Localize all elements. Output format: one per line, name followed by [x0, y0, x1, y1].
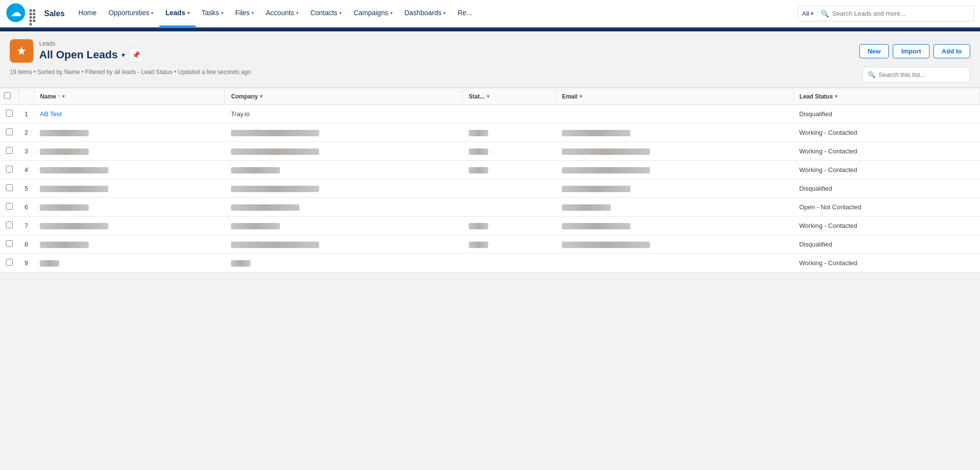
row-num: 7	[19, 217, 34, 235]
pin-button[interactable]: 📌	[129, 48, 143, 62]
row-email-blurred	[562, 223, 630, 229]
app-name: Sales	[44, 9, 65, 18]
row-status-blurred	[469, 223, 488, 229]
row-num: 6	[19, 198, 34, 217]
table-row: 3 Working - Contacted	[0, 142, 980, 161]
nav-label-home: Home	[78, 9, 97, 17]
row-checkbox-cell	[0, 179, 19, 198]
nav-label-leads: Leads	[165, 9, 185, 17]
nav-label-more: Re...	[457, 9, 472, 17]
new-button[interactable]: New	[859, 44, 889, 58]
row-company-cell	[225, 179, 463, 198]
row-name-cell	[34, 217, 225, 235]
add-to-button[interactable]: Add to	[933, 44, 970, 58]
nav-label-files: Files	[235, 9, 250, 17]
sort-ascending-icon[interactable]: ↑	[58, 94, 60, 99]
row-checkbox[interactable]	[6, 166, 13, 173]
nav-item-contacts[interactable]: Contacts ▾	[304, 0, 348, 27]
nav-items: Home Opportunities ▾ Leads ▾ Tasks ▾ Fil…	[73, 0, 798, 27]
row-email-cell	[556, 217, 794, 235]
star-icon: ★	[16, 44, 27, 58]
row-checkbox-cell	[0, 235, 19, 254]
search-scope-selector[interactable]: All ▾	[802, 10, 818, 17]
row-checkbox[interactable]	[6, 259, 13, 266]
row-checkbox[interactable]	[6, 110, 13, 117]
leads-table: Name ↑ ▾ Company ▾ Stat... ▾	[0, 88, 980, 272]
row-name-cell	[34, 124, 225, 142]
row-name-link[interactable]	[40, 166, 108, 173]
nav-item-tasks[interactable]: Tasks ▾	[196, 0, 229, 27]
row-checkbox[interactable]	[6, 184, 13, 191]
table-row: 8 Disqualified	[0, 235, 980, 254]
row-company-cell	[225, 235, 463, 254]
table-row: 4 Working - Contacted	[0, 161, 980, 179]
row-name-link[interactable]	[40, 148, 89, 155]
row-email-blurred	[562, 186, 630, 192]
nav-label-tasks: Tasks	[201, 9, 219, 17]
nav-item-campaigns[interactable]: Campaigns ▾	[348, 0, 399, 27]
row-name-link[interactable]	[40, 222, 108, 229]
col-status-chevron[interactable]: ▾	[487, 94, 489, 99]
col-name: Name ↑ ▾	[34, 88, 225, 105]
row-checkbox-cell	[0, 198, 19, 217]
row-status-cell	[463, 198, 556, 217]
title-dropdown-chevron[interactable]: ▾	[122, 51, 125, 59]
nav-item-dashboards[interactable]: Dashboards ▾	[399, 0, 452, 27]
salesforce-logo[interactable]: ☁	[6, 3, 29, 24]
row-lead-status-cell: Disqualified	[793, 179, 980, 198]
row-status-cell	[463, 124, 556, 142]
row-name-link[interactable]	[40, 203, 89, 211]
search-icon: 🔍	[868, 71, 876, 78]
row-checkbox[interactable]	[6, 203, 13, 210]
nav-label-contacts: Contacts	[310, 9, 337, 17]
row-email-blurred	[562, 204, 611, 211]
nav-item-files[interactable]: Files ▾	[229, 0, 260, 27]
row-checkbox-cell	[0, 217, 19, 235]
select-all-checkbox[interactable]	[4, 92, 11, 99]
row-lead-status-value: Disqualified	[799, 185, 832, 192]
row-checkbox[interactable]	[6, 128, 13, 135]
row-company-blurred	[231, 223, 280, 229]
nav-item-accounts[interactable]: Accounts ▾	[260, 0, 304, 27]
col-name-chevron[interactable]: ▾	[62, 94, 65, 99]
page-title: All Open Leads	[39, 49, 118, 61]
row-num: 8	[19, 235, 34, 254]
nav-item-leads[interactable]: Leads ▾	[159, 0, 195, 27]
row-checkbox-cell	[0, 142, 19, 161]
leads-table-container: Name ↑ ▾ Company ▾ Stat... ▾	[0, 88, 980, 272]
search-input[interactable]	[832, 10, 970, 17]
row-name-link[interactable]	[40, 241, 89, 248]
list-search-input[interactable]	[879, 71, 965, 78]
row-company-cell	[225, 217, 463, 235]
row-company-cell	[225, 198, 463, 217]
nav-label-dashboards: Dashboards	[404, 9, 442, 17]
row-num: 2	[19, 124, 34, 142]
col-company-chevron[interactable]: ▾	[260, 94, 262, 99]
nav-item-opportunities[interactable]: Opportunities ▾	[102, 0, 159, 27]
row-num: 5	[19, 179, 34, 198]
col-lead-status-chevron[interactable]: ▾	[835, 94, 837, 99]
row-name-cell	[34, 254, 225, 272]
row-name-link[interactable]	[40, 259, 59, 267]
row-email-blurred	[562, 148, 650, 155]
nav-item-more[interactable]: Re...	[452, 0, 478, 27]
nav-label-opportunities: Opportunities	[108, 9, 149, 17]
nav-item-home[interactable]: Home	[73, 0, 102, 27]
col-email-chevron[interactable]: ▾	[579, 94, 582, 99]
row-name-link[interactable]: AB Test	[40, 110, 62, 118]
nav-label-campaigns: Campaigns	[353, 9, 388, 17]
row-email-cell	[556, 235, 794, 254]
row-email-blurred	[562, 242, 650, 248]
row-checkbox[interactable]	[6, 240, 13, 247]
import-button[interactable]: Import	[893, 44, 929, 58]
row-name-link[interactable]	[40, 129, 89, 136]
row-lead-status-value: Open - Not Contacted	[799, 203, 861, 211]
row-checkbox[interactable]	[6, 147, 13, 154]
row-email-cell	[556, 179, 794, 198]
row-lead-status-value: Working - Contacted	[799, 222, 857, 229]
list-search-bar: 🔍	[862, 67, 970, 82]
row-checkbox[interactable]	[6, 222, 13, 228]
row-name-cell	[34, 198, 225, 217]
app-launcher-icon[interactable]	[29, 9, 38, 18]
row-name-link[interactable]	[40, 185, 108, 192]
